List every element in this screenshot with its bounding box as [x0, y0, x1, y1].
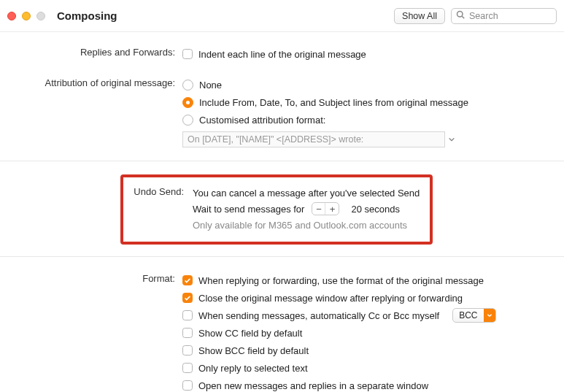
format-option-checkbox[interactable] [182, 328, 193, 338]
undo-wait-unit: seconds [365, 204, 400, 215]
replies-forwards-label: Replies and Forwards: [0, 45, 182, 58]
format-option-checkbox[interactable] [182, 345, 193, 356]
undo-send-label: Undo Send: [132, 185, 184, 197]
format-label: Format: [0, 272, 182, 284]
format-option-row[interactable]: Close the original message window after … [182, 289, 549, 307]
attribution-include-row[interactable]: Include From, Date, To, and Subject line… [182, 93, 549, 111]
format-option-label: Show CC field by default [198, 328, 302, 339]
attribution-custom-row[interactable]: Customised attribution format: [182, 111, 549, 128]
format-option-checkbox[interactable] [182, 380, 193, 391]
replies-forwards-row: Replies and Forwards: Indent each line o… [0, 44, 564, 64]
undo-wait-stepper[interactable]: − + [312, 202, 339, 215]
format-option-row[interactable]: Only reply to selected text [182, 359, 549, 377]
search-input[interactable] [468, 10, 564, 22]
format-option-checkbox[interactable] [182, 293, 193, 303]
close-window-button[interactable] [7, 12, 16, 20]
window-title: Composing [57, 9, 117, 22]
format-option-checkbox[interactable] [182, 310, 193, 320]
attribution-none-label: None [199, 80, 222, 91]
format-option-label: When replying or forwarding, use the for… [198, 275, 484, 286]
stepper-plus-button[interactable]: + [325, 203, 339, 215]
attribution-custom-label: Customised attribution format: [199, 115, 325, 126]
svg-line-1 [462, 16, 464, 18]
indent-checkbox-row[interactable]: Indent each line of the original message [182, 45, 549, 63]
bcc-dropdown[interactable]: BCC [452, 308, 495, 323]
undo-wait-prefix: Wait to send messages for [193, 204, 304, 215]
stepper-minus-button[interactable]: − [312, 203, 325, 215]
format-option-label: Show BCC field by default [198, 345, 309, 356]
undo-send-note: Only available for M365 and Outlook.com … [193, 217, 421, 233]
divider [0, 161, 564, 161]
format-option-checkbox[interactable] [182, 275, 193, 285]
attribution-none-row[interactable]: None [182, 76, 549, 93]
search-icon [456, 10, 468, 21]
format-option-row[interactable]: Open new messages and replies in a separ… [182, 377, 549, 392]
attribution-include-label: Include From, Date, To, and Subject line… [199, 97, 468, 108]
attribution-none-radio[interactable] [182, 80, 193, 91]
attribution-label: Attribution of original message: [0, 76, 182, 88]
undo-send-desc: You can cancel a message after you've se… [193, 185, 421, 201]
format-option-row[interactable]: Show BCC field by default [182, 342, 549, 359]
attribution-include-radio[interactable] [182, 97, 193, 108]
format-option-checkbox[interactable] [182, 363, 193, 373]
attribution-custom-radio[interactable] [182, 115, 193, 126]
format-row: Format: When replying or forwarding, use… [0, 270, 564, 392]
search-field[interactable] [451, 8, 557, 24]
attribution-format-input[interactable] [182, 131, 445, 147]
attribution-row: Attribution of original message: None In… [0, 74, 564, 149]
format-option-row[interactable]: When sending messages, automatically Cc … [182, 307, 549, 324]
attribution-format-menu[interactable] [448, 134, 455, 145]
format-option-label: Open new messages and replies in a separ… [198, 380, 428, 391]
chevron-down-icon [484, 309, 495, 322]
bcc-dropdown-label: BCC [453, 310, 483, 320]
format-option-row[interactable]: When replying or forwarding, use the for… [182, 272, 549, 289]
format-option-label: Only reply to selected text [198, 363, 308, 374]
format-option-row[interactable]: Show CC field by default [182, 324, 549, 342]
undo-wait-value: 20 [351, 204, 361, 215]
minimize-window-button[interactable] [22, 12, 31, 20]
zoom-window-button[interactable] [36, 12, 45, 20]
traffic-lights [7, 12, 45, 20]
content: Replies and Forwards: Indent each line o… [0, 32, 564, 392]
indent-checkbox-label: Indent each line of the original message [198, 49, 366, 60]
format-option-label: Close the original message window after … [198, 293, 463, 304]
show-all-button[interactable]: Show All [394, 8, 445, 24]
svg-point-0 [457, 12, 463, 18]
indent-checkbox[interactable] [182, 49, 193, 59]
divider [0, 256, 564, 257]
format-options: When replying or forwarding, use the for… [182, 272, 564, 392]
format-option-label: When sending messages, automatically Cc … [198, 310, 439, 321]
titlebar: Composing Show All [0, 0, 564, 32]
undo-send-highlight: Undo Send: You can cancel a message afte… [120, 174, 433, 245]
